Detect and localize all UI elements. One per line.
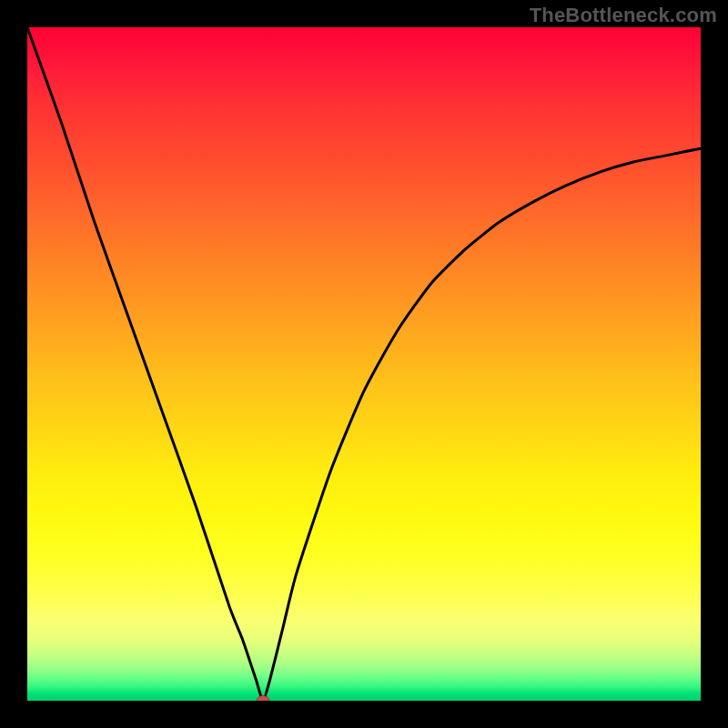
optimal-point-marker bbox=[257, 696, 269, 702]
chart-frame: TheBottleneck.com bbox=[0, 0, 728, 728]
curve-svg bbox=[27, 27, 701, 701]
plot-area bbox=[27, 27, 701, 701]
bottleneck-curve-path bbox=[27, 27, 701, 701]
watermark-text: TheBottleneck.com bbox=[530, 4, 717, 27]
